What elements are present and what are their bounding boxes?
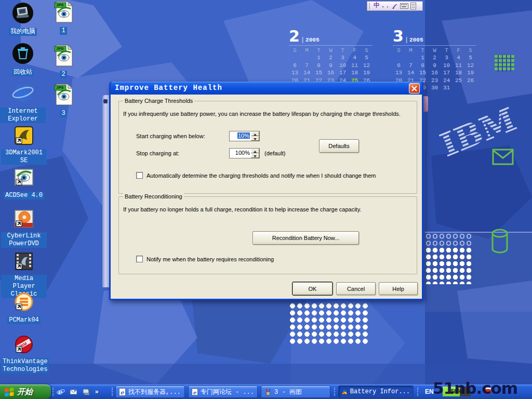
outlook-express-quick-icon[interactable] <box>69 387 78 396</box>
background-window-icon <box>103 99 108 103</box>
taskbar-separator[interactable] <box>334 388 337 396</box>
desktop-icon-3dmark2001[interactable]: 3DMark2001 SE <box>1 125 47 165</box>
month-number: 2 <box>289 27 300 45</box>
task-button-server-not-found[interactable]: e 找不到服务器,... <box>115 385 185 398</box>
calendar-day-header: T <box>417 47 429 54</box>
calendar-day-header: M <box>405 47 417 54</box>
calendar-day: 1 <box>417 54 429 61</box>
calendar-day: 15 <box>417 69 429 76</box>
calendar-day: 18 <box>349 69 361 76</box>
spinner-up-button[interactable] <box>251 131 259 136</box>
month-divider: | <box>301 36 304 44</box>
calendar-day: 14 <box>301 69 313 76</box>
icon-label: 1 <box>60 27 66 35</box>
taskbar-separator[interactable] <box>417 388 420 396</box>
spinner-up-button[interactable] <box>251 149 259 153</box>
help-button[interactable]: Help <box>379 282 418 295</box>
thinkvantage-icon: IBM <box>14 334 34 355</box>
defaults-button[interactable]: Defaults <box>319 139 359 153</box>
calendar-day: 15 <box>313 69 325 76</box>
brush-mode-icon[interactable] <box>391 3 398 10</box>
desktop-icon-powerdvd[interactable]: CyberLink PowerDVD <box>1 208 47 248</box>
stop-charging-spinner[interactable]: 100% <box>229 148 260 158</box>
internet-explorer-quick-icon[interactable]: e <box>56 387 65 396</box>
svg-text:e: e <box>16 83 28 103</box>
task-button-paint[interactable]: 3 - 画图 <box>261 385 330 398</box>
calendar-day-header: S <box>393 47 405 54</box>
cancel-button[interactable]: Cancel <box>336 282 376 295</box>
calendar-day: 11 <box>453 62 464 69</box>
dots-pattern-bottom <box>289 302 370 345</box>
desktop-icon-my-computer[interactable]: 我的电脑 <box>0 2 46 36</box>
desktop-icon-recycle-bin[interactable]: 回收站 <box>0 43 46 76</box>
ok-button[interactable]: OK <box>292 282 332 295</box>
calendar-day: 8 <box>313 62 325 69</box>
calendar-day: 14 <box>405 69 417 76</box>
show-desktop-quick-icon[interactable] <box>82 387 91 396</box>
calendar-day: 16 <box>429 69 441 76</box>
group-legend: Battery Charge Thresholds <box>123 98 194 104</box>
icon-label: 3DMark2001 SE <box>1 149 47 165</box>
chinese-ime-icon[interactable]: 中 <box>374 2 380 10</box>
recondition-battery-now-button[interactable]: Recondition Battery Now... <box>252 231 359 245</box>
calendar-grid: SMTWTFS 12345 6789101112 13141516171819 … <box>289 45 373 84</box>
ie-page-icon: e <box>192 388 198 396</box>
icon-label: ThinkVantage Technologies <box>1 358 49 374</box>
calendar-day: 12 <box>361 62 373 69</box>
start-button[interactable]: 开始 <box>0 384 51 399</box>
battery-reconditioning-group: Battery Reconditioning If your battery n… <box>118 196 417 274</box>
language-bar[interactable]: 中 。, <box>367 1 423 11</box>
desktop-icon-jpg-2[interactable]: JPG 2 <box>41 45 86 78</box>
paint-icon <box>264 388 272 396</box>
ibm-logo: IBM <box>426 83 530 166</box>
punctuation-mode-icon[interactable]: 。, <box>382 2 389 10</box>
language-bar-grip[interactable] <box>369 3 371 9</box>
auto-determine-checkbox[interactable] <box>136 172 143 179</box>
battery-charge-thresholds-group: Battery Charge Thresholds If you infrequ… <box>118 101 417 194</box>
dialog-titlebar[interactable]: Improve Battery Health <box>111 82 422 95</box>
calendar-day: 4 <box>349 54 361 61</box>
calendar-month-title: 2|2005 <box>289 29 373 45</box>
desktop-icon-thinkvantage[interactable]: IBM ThinkVantage Technologies <box>1 334 47 374</box>
month-number: 3 <box>393 27 404 45</box>
spinner-down-button[interactable] <box>251 136 259 141</box>
svg-text:e: e <box>121 389 125 396</box>
calendar-day-header: F <box>349 47 361 54</box>
close-button[interactable] <box>409 83 420 94</box>
close-icon <box>411 86 417 91</box>
calendar-day: 10 <box>337 62 349 69</box>
quick-launch-overflow-chevron[interactable]: » <box>95 388 99 395</box>
month-divider: | <box>405 36 408 44</box>
calendar-day: 2 <box>325 54 337 61</box>
desktop-icon-acdsee[interactable]: ACDSee 4.0 <box>1 167 47 200</box>
taskbar-separator[interactable] <box>112 388 114 396</box>
svg-text:e: e <box>193 389 196 395</box>
calendar-day: 2 <box>429 54 441 61</box>
desktop-icon-jpg-3[interactable]: JPG 3 <box>41 84 86 117</box>
green-grid-icon <box>495 55 514 72</box>
task-button-forum[interactable]: e 专门网论坛 - ... <box>188 385 258 398</box>
calendar-day-header: T <box>337 47 349 54</box>
desktop-icon-pcmark04[interactable]: PCMark04 <box>1 291 47 324</box>
calendar-day-header: S <box>361 47 373 54</box>
calendar-day: 26 <box>464 77 476 84</box>
desktop-icon-jpg-1[interactable]: JPG 1 <box>41 1 86 35</box>
up-arrow-icon <box>254 134 257 136</box>
thresholds-description: If you infrequently use battery power, y… <box>123 111 413 117</box>
calendar-day: 9 <box>325 62 337 69</box>
soft-keyboard-icon[interactable] <box>400 3 408 9</box>
start-charging-spinner[interactable]: 10% <box>229 131 260 141</box>
spinner-buttons <box>251 149 259 158</box>
ime-menu-icon[interactable] <box>410 3 416 9</box>
background-window-left-edge <box>102 95 109 287</box>
taskbar-separator[interactable] <box>52 388 55 396</box>
spinner-down-button[interactable] <box>251 153 259 158</box>
task-button-battery-information[interactable]: Battery Infor... <box>338 385 414 398</box>
calendar-day: 9 <box>429 62 441 69</box>
desktop-screen: IBM 我的电脑 <box>0 0 532 399</box>
internet-explorer-icon: e <box>11 82 34 104</box>
notify-reconditioning-checkbox[interactable] <box>136 256 143 262</box>
desktop-icon-internet-explorer[interactable]: e Internet Explorer <box>0 82 46 123</box>
stop-charging-value: 100% <box>235 150 250 156</box>
icon-label: PCMark04 <box>7 316 41 324</box>
